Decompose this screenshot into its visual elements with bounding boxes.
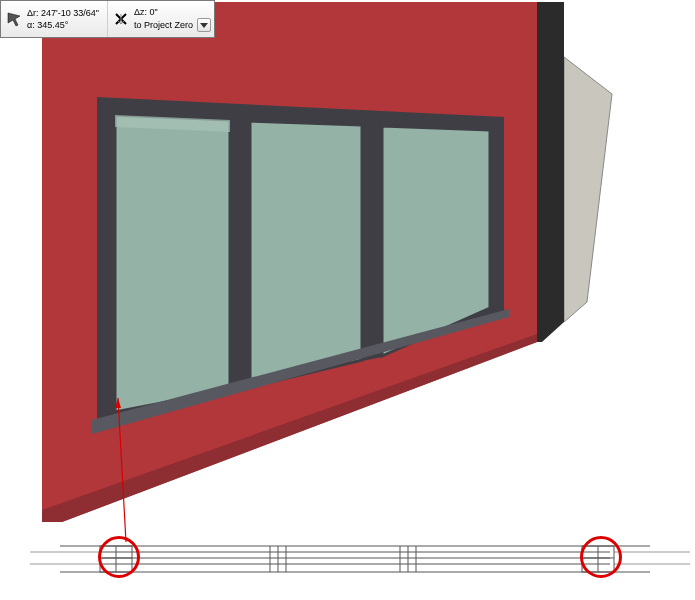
- alpha-label: α:: [27, 20, 35, 30]
- gravity-icon[interactable]: [112, 10, 130, 28]
- polar-readout-text: Δr: 247'-10 33/64" α: 345.45°: [27, 7, 99, 31]
- annotation-circle-left: [98, 536, 140, 578]
- slab-edge: [564, 57, 612, 322]
- viewport[interactable]: Δr: 247'-10 33/64" α: 345.45° Δz: 0": [0, 0, 695, 600]
- mullion-1: [230, 119, 250, 392]
- cursor-mode-icon[interactable]: [5, 10, 23, 28]
- delta-r-value: 247'-10 33/64": [41, 8, 99, 18]
- alpha-value: 345.45°: [37, 20, 68, 30]
- end-wall: [537, 2, 564, 342]
- delta-z-label: Δz:: [134, 7, 147, 17]
- annotation-circle-right: [580, 536, 622, 578]
- elevation-readout-block[interactable]: Δz: 0" to Project Zero: [107, 1, 214, 37]
- delta-r-label: Δr:: [27, 8, 39, 18]
- polar-readout-block[interactable]: Δr: 247'-10 33/64" α: 345.45°: [1, 1, 107, 37]
- window-pane-2: [250, 121, 362, 387]
- reference-label: to Project Zero: [134, 19, 193, 31]
- elevation-readout-text: Δz: 0" to Project Zero: [134, 6, 211, 32]
- coordinate-readout-bar: Δr: 247'-10 33/64" α: 345.45° Δz: 0": [0, 0, 215, 38]
- window-pane-1: [115, 115, 230, 412]
- reference-dropdown-icon[interactable]: [197, 18, 211, 32]
- perspective-view[interactable]: [2, 2, 692, 542]
- mullion-2: [362, 124, 382, 361]
- delta-z-value: 0": [150, 7, 158, 17]
